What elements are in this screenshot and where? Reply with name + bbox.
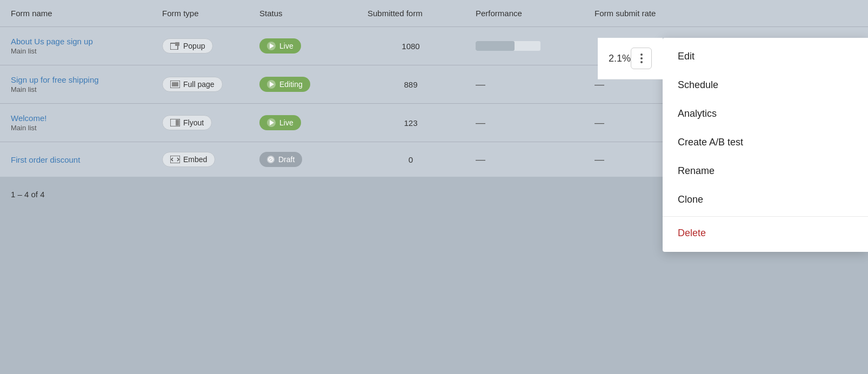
submit-rate-dash: — (595, 79, 604, 90)
menu-item-rename[interactable]: Rename (663, 157, 868, 185)
menu-item-schedule[interactable]: Schedule (663, 71, 868, 99)
type-badge: Full page (162, 77, 223, 92)
type-badge: Flyout (162, 115, 212, 130)
form-type-cell: Full page (151, 65, 249, 104)
play-triangle (270, 120, 274, 125)
embed-icon (170, 156, 180, 163)
menu-item-analytics[interactable]: Analytics (663, 99, 868, 128)
three-dots-button[interactable] (631, 48, 652, 69)
dot-3 (640, 61, 643, 63)
table-header-row: Form name Form type Status Submitted for… (0, 0, 868, 27)
status-play-icon (267, 80, 276, 89)
draft-icon (267, 156, 275, 163)
form-subtext: Main list (11, 124, 37, 132)
svg-line-8 (270, 158, 272, 161)
submitted-value: 1080 (402, 42, 419, 51)
dropdown-menu: EditScheduleAnalyticsCreate A/B testRena… (663, 38, 868, 252)
header-form-type: Form type (151, 0, 249, 27)
header-form-name: Form name (0, 0, 151, 27)
submit-rate-dash: — (595, 117, 604, 128)
performance-cell: — (465, 142, 584, 177)
submitted-value: 889 (404, 80, 417, 89)
fullpage-icon (170, 81, 180, 88)
form-name-cell: Sign up for free shipping Main list (0, 65, 151, 104)
menu-item-clone[interactable]: Clone (663, 185, 868, 214)
submitted-cell: 123 (357, 104, 465, 142)
svg-rect-5 (176, 120, 179, 126)
status-cell: Live (249, 27, 357, 65)
status-cell: Draft (249, 142, 357, 177)
status-badge: Draft (259, 152, 302, 167)
header-submit-rate: Form submit rate (584, 0, 868, 27)
context-menu: EditScheduleAnalyticsCreate A/B testRena… (663, 38, 868, 252)
menu-item-delete[interactable]: Delete (663, 219, 868, 248)
play-triangle (270, 82, 274, 87)
form-name-link[interactable]: First order discount (11, 155, 141, 164)
type-badge: Embed (162, 152, 215, 167)
table-container: Form name Form type Status Submitted for… (0, 0, 868, 374)
play-triangle (270, 43, 274, 49)
performance-dash: — (476, 154, 485, 165)
status-cell: Editing (249, 65, 357, 104)
performance-bar-area (476, 41, 540, 51)
form-type-cell: Embed (151, 142, 249, 177)
performance-bar (476, 41, 515, 51)
dropdown-divider (663, 216, 868, 217)
form-name-cell: Welcome! Main list (0, 104, 151, 142)
menu-item-edit[interactable]: Edit (663, 42, 868, 71)
status-play-icon (267, 42, 276, 50)
form-subtext: Main list (11, 85, 37, 94)
form-name-link[interactable]: Welcome! (11, 113, 141, 123)
performance-cell: — (465, 104, 584, 142)
submit-rate-dash: — (595, 154, 604, 165)
dot-1 (640, 54, 643, 56)
form-subtext: Main list (11, 47, 37, 55)
form-name-link[interactable]: About Us page sign up (11, 37, 141, 46)
submitted-cell: 1080 (357, 27, 465, 65)
three-dots-area: 2.1% (598, 38, 663, 79)
performance-dash: — (476, 79, 485, 90)
form-name-link[interactable]: Sign up for free shipping (11, 75, 141, 84)
form-type-cell: Popup (151, 27, 249, 65)
form-name-cell: First order discount (0, 142, 151, 177)
menu-item-create-ab-test[interactable]: Create A/B test (663, 128, 868, 157)
submitted-value: 123 (404, 118, 417, 128)
performance-cell (465, 27, 584, 65)
status-cell: Live (249, 104, 357, 142)
header-performance: Performance (465, 0, 584, 27)
status-play-icon (267, 118, 276, 127)
flyout-icon (170, 119, 180, 126)
type-badge: Popup (162, 38, 213, 54)
svg-rect-1 (175, 42, 179, 46)
form-type-cell: Flyout (151, 104, 249, 142)
status-badge: Editing (259, 77, 310, 92)
submitted-cell: 889 (357, 65, 465, 104)
submitted-cell: 0 (357, 142, 465, 177)
performance-cell: — (465, 65, 584, 104)
performance-dash: — (476, 117, 485, 128)
dot-2 (640, 57, 643, 59)
svg-rect-3 (172, 82, 178, 86)
submit-rate-value: 2.1% (609, 53, 631, 64)
header-submitted: Submitted form (357, 0, 465, 27)
status-badge: Live (259, 115, 301, 130)
header-status: Status (249, 0, 357, 27)
popup-icon (170, 42, 180, 50)
submitted-value: 0 (409, 155, 413, 164)
form-name-cell: About Us page sign up Main list (0, 27, 151, 65)
status-badge: Live (259, 38, 301, 54)
